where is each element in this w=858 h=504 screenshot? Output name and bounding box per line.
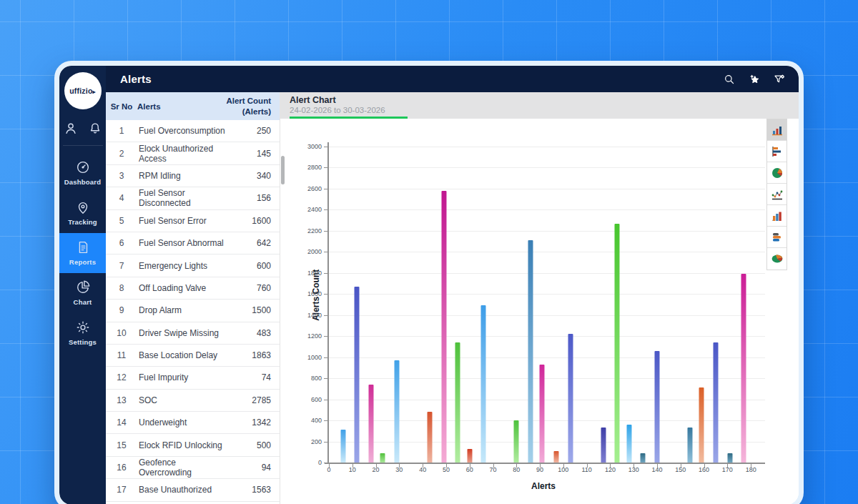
cell-alert-name: Emergency Lights xyxy=(137,261,225,271)
chart-tab-underline xyxy=(290,117,408,119)
gridline xyxy=(329,294,765,295)
table-header-row: Sr No Alerts Alert Count(Alerts) xyxy=(106,92,280,120)
app-window: uffizio▸ DashboardTrackingReportsChartSe… xyxy=(54,61,804,504)
chart-bar xyxy=(369,385,374,463)
y-tick-mark xyxy=(324,273,327,274)
line-chart-button[interactable] xyxy=(767,184,786,205)
header-icons xyxy=(723,73,786,86)
table-row[interactable]: 8Off Loading Valve760 xyxy=(106,277,280,300)
cell-alert-name: Driver Swipe Missing xyxy=(137,328,225,338)
table-row[interactable]: 17Base Unauthorized1563 xyxy=(106,479,280,501)
sidebar-item-dashboard[interactable]: Dashboard xyxy=(59,153,106,193)
tracking-icon xyxy=(75,199,91,215)
y-tick-label: 800 xyxy=(311,375,322,382)
line-chart-icon xyxy=(771,188,784,201)
alert-chart-panel: Alert Chart 24-02-2026 to 30-03-2026 Ale… xyxy=(280,92,799,504)
y-tick-mark xyxy=(324,378,327,379)
table-row[interactable]: 3RPM Idling340 xyxy=(106,165,280,187)
table-row[interactable]: 11Base Location Delay1863 xyxy=(106,345,280,367)
cell-srno: 17 xyxy=(106,485,137,495)
table-row[interactable]: 4Fuel Sensor Disconnected156 xyxy=(106,187,280,209)
cell-alert-count: 156 xyxy=(225,193,280,203)
table-row[interactable]: 5Fuel Sensor Error1600 xyxy=(106,210,280,232)
chart-bar xyxy=(455,342,460,463)
y-tick-mark xyxy=(324,400,327,400)
y-tick-label: 1200 xyxy=(307,332,322,340)
cell-alert-count: 94 xyxy=(225,463,280,473)
gridline xyxy=(329,147,765,147)
y-tick-label: 200 xyxy=(311,438,322,445)
y-tick-mark xyxy=(324,189,327,189)
gridline xyxy=(329,209,765,210)
table-row[interactable]: 9Drop Alarm1500 xyxy=(106,300,280,322)
sidebar-item-reports[interactable]: Reports xyxy=(59,233,106,273)
chart-bar xyxy=(699,387,704,463)
y-tick-label: 1000 xyxy=(307,354,322,361)
table-row[interactable]: 12Fuel Impurity74 xyxy=(106,367,280,389)
x-axis-title: Alerts xyxy=(531,481,556,491)
pie-chart-icon xyxy=(771,167,784,179)
cell-srno: 5 xyxy=(106,216,137,226)
cell-alert-count: 760 xyxy=(225,283,280,293)
chart-bar xyxy=(528,240,533,463)
table-scrollbar-thumb[interactable] xyxy=(281,156,285,184)
y-tick-label: 2800 xyxy=(307,164,322,171)
hbar-chart-button[interactable] xyxy=(767,141,786,162)
cell-srno: 6 xyxy=(106,238,137,248)
column-3d-chart-button[interactable] xyxy=(767,205,786,227)
search-icon[interactable] xyxy=(723,73,736,86)
table-row[interactable]: 16Geofence Overcrowding94 xyxy=(106,457,280,479)
brand-logo[interactable]: uffizio▸ xyxy=(64,72,102,109)
hbar-3d-chart-button[interactable] xyxy=(767,227,786,248)
chart-bar xyxy=(615,224,620,463)
cell-alert-name: Fuel Overconsumption xyxy=(137,126,225,136)
cell-alert-name: Off Loading Valve xyxy=(137,283,225,293)
sidebar-item-chart[interactable]: Chart xyxy=(59,273,106,313)
x-tick-label: 100 xyxy=(558,466,568,473)
favorite-star-icon[interactable] xyxy=(748,73,761,86)
cell-srno: 10 xyxy=(106,328,137,338)
bell-icon[interactable] xyxy=(87,121,103,137)
cell-alert-count: 1600 xyxy=(225,216,280,226)
table-row[interactable]: 10Driver Swipe Missing483 xyxy=(106,322,280,345)
cell-alert-name: Fuel Sensor Disconnected xyxy=(137,188,225,208)
pie-3d-chart-button[interactable] xyxy=(767,248,786,270)
cell-srno: 8 xyxy=(106,283,137,293)
table-row[interactable]: 2Elock Unauthorized Access145 xyxy=(106,142,280,164)
col-header-alerts: Alerts xyxy=(137,102,225,111)
y-tick-label: 1400 xyxy=(307,312,322,319)
chart-bar xyxy=(641,453,646,463)
sidebar-item-tracking[interactable]: Tracking xyxy=(59,193,106,233)
chart-bar xyxy=(514,420,519,463)
table-row[interactable]: 1Fuel Overconsumption250 xyxy=(106,120,280,142)
pie-chart-button[interactable] xyxy=(767,162,786,184)
sidebar-nav: DashboardTrackingReportsChartSettings xyxy=(59,153,106,353)
y-tick-label: 1600 xyxy=(307,290,322,297)
table-row[interactable]: 6Fuel Sensor Abnormal642 xyxy=(106,232,280,255)
y-tick-mark xyxy=(324,252,327,252)
cell-alert-count: 500 xyxy=(225,440,280,450)
cell-alert-count: 1563 xyxy=(225,485,280,495)
column-chart-button[interactable] xyxy=(767,119,786,141)
x-tick-label: 90 xyxy=(536,466,543,473)
y-tick-mark xyxy=(324,336,327,337)
cell-alert-count: 600 xyxy=(225,261,280,271)
table-row[interactable]: 15Elock RFID Unlocking500 xyxy=(106,434,280,456)
y-tick-mark xyxy=(324,420,327,421)
user-icon[interactable] xyxy=(63,121,79,137)
gridline xyxy=(329,189,765,189)
cell-alert-name: Elock Unauthorized Access xyxy=(137,144,225,164)
sidebar-item-settings[interactable]: Settings xyxy=(59,313,106,353)
cell-alert-count: 250 xyxy=(225,126,280,136)
chart-bar xyxy=(427,412,432,463)
table-row[interactable]: 13SOC2785 xyxy=(106,390,280,412)
x-tick-label: 140 xyxy=(652,466,663,473)
table-row[interactable]: 14Underweight1342 xyxy=(106,412,280,434)
table-row[interactable]: 7Emergency Lights600 xyxy=(106,255,280,277)
chart-bar xyxy=(380,453,385,463)
cell-alert-name: Geofence Overcrowding xyxy=(137,458,225,478)
sidebar-quick-icons xyxy=(63,121,103,146)
chart-bar xyxy=(395,360,400,463)
filter-funnel-icon[interactable] xyxy=(773,73,786,86)
y-tick-mark xyxy=(324,315,327,316)
